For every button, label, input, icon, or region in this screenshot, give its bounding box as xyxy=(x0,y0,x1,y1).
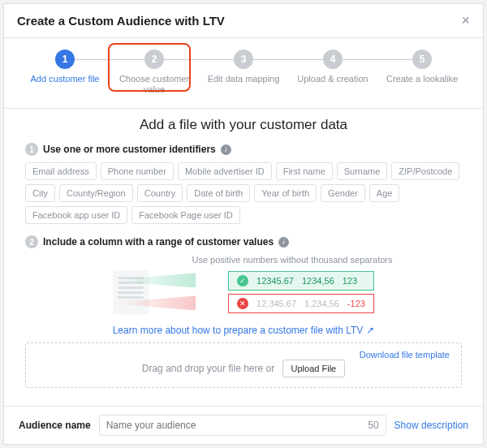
content-title: Add a file with your customer data xyxy=(25,117,462,133)
chip[interactable]: Age xyxy=(369,184,400,202)
badge-2: 2 xyxy=(25,235,38,248)
chip[interactable]: County/Region xyxy=(59,184,133,202)
char-limit: 50 xyxy=(368,420,378,431)
badge-1: 1 xyxy=(25,143,38,156)
section-1-head: 1 Use one or more customer identifiers i xyxy=(25,143,462,156)
chip[interactable]: Surname xyxy=(337,162,388,180)
step-5[interactable]: 5 Create a lookalike xyxy=(377,50,467,84)
dropzone[interactable]: Download file template Drag and drop you… xyxy=(25,342,462,388)
step-3[interactable]: 3 Edit data mapping xyxy=(199,50,288,84)
chip[interactable]: First name xyxy=(276,162,333,180)
step-circle-4: 4 xyxy=(323,50,343,69)
content: Add a file with your customer data 1 Use… xyxy=(4,109,483,406)
learn-more-link[interactable]: Learn more about how to prepare a custom… xyxy=(25,325,462,336)
modal-header: Create a Custom Audience with LTV × xyxy=(4,4,483,38)
external-link-icon: ↗ xyxy=(366,325,374,336)
chip[interactable]: Facebook Page user ID xyxy=(131,206,240,224)
chip[interactable]: Email address xyxy=(25,162,97,180)
download-template-link[interactable]: Download file template xyxy=(360,350,450,360)
audience-name-input[interactable] xyxy=(106,420,368,431)
chip[interactable]: ZIP/Postcode xyxy=(391,162,459,180)
identifier-chips: Email address Phone number Mobile advert… xyxy=(25,162,462,224)
step-circle-5: 5 xyxy=(412,50,432,69)
step-circle-3: 3 xyxy=(234,50,253,69)
example-block: Use positive numbers without thousand se… xyxy=(25,255,462,317)
step-2[interactable]: 2 Choose customer value xyxy=(110,50,199,95)
check-icon: ✓ xyxy=(237,275,248,286)
chip[interactable]: Facebook app user ID xyxy=(25,206,127,224)
bad-example: ✕ 12,345.67 1,234,56 -123 xyxy=(228,294,374,313)
csv-icon xyxy=(113,270,149,314)
chip[interactable]: Year of birth xyxy=(254,184,317,202)
step-circle-1: 1 xyxy=(55,50,75,69)
show-description-link[interactable]: Show description xyxy=(394,420,468,431)
x-icon: ✕ xyxy=(237,298,248,309)
info-icon[interactable]: i xyxy=(278,237,289,248)
section-2-head: 2 Include a column with a range of custo… xyxy=(25,235,462,248)
audience-name-field[interactable]: 50 xyxy=(99,415,386,436)
step-4[interactable]: 4 Upload & creation xyxy=(288,50,377,84)
footer: Audience name 50 Show description xyxy=(4,406,483,444)
drop-text: Drag and drop your file here or xyxy=(142,363,274,374)
chip[interactable]: Date of birth xyxy=(187,184,250,202)
step-1[interactable]: 1 Add customer file xyxy=(20,50,110,84)
close-icon[interactable]: × xyxy=(461,12,470,29)
modal-title: Create a Custom Audience with LTV xyxy=(17,14,225,28)
step-circle-2: 2 xyxy=(144,50,164,69)
audience-name-label: Audience name xyxy=(19,420,91,431)
chip[interactable]: Country xyxy=(137,184,183,202)
good-example: ✓ 12345.67 1234,56 123 xyxy=(228,271,374,291)
chip[interactable]: Gender xyxy=(321,184,365,202)
chip[interactable]: City xyxy=(25,184,55,202)
example-hint: Use positive numbers without thousand se… xyxy=(25,255,462,265)
chip[interactable]: Mobile advertiser ID xyxy=(178,162,272,180)
upload-file-button[interactable]: Upload File xyxy=(282,360,346,377)
modal: Create a Custom Audience with LTV × 1 Ad… xyxy=(3,3,484,445)
chip[interactable]: Phone number xyxy=(101,162,174,180)
info-icon[interactable]: i xyxy=(221,144,231,155)
stepper: 1 Add customer file 2 Choose customer va… xyxy=(4,38,483,108)
